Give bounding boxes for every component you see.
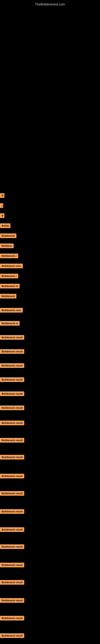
- bottleneck-label: Bottleneck result: [0, 491, 24, 496]
- bottleneck-label: Bottleneck result: [0, 335, 24, 340]
- bottleneck-label: Bottleneck resu: [0, 308, 23, 312]
- bottleneck-label: Bottleneck result: [0, 392, 24, 396]
- bottleneck-label: Bottleneck result: [0, 580, 24, 585]
- bottleneck-label: Bottleneck result: [0, 349, 24, 354]
- bottleneck-label: Bottleneck result: [0, 406, 24, 410]
- bottleneck-label: Bottleneck: [0, 234, 16, 238]
- bottleneck-label: Bottleneck result: [0, 474, 24, 478]
- bottleneck-label: Bottleneck re: [0, 284, 20, 288]
- bottleneck-label: B: [0, 193, 4, 198]
- bottleneck-label: Bottleneck result: [0, 633, 24, 638]
- bottleneck-label: Bottleneck result: [0, 420, 24, 425]
- bottleneck-label: Bottleneck result: [0, 527, 24, 532]
- bottleneck-label: Bottleneck r: [0, 254, 18, 258]
- bottleneck-label: Bottleneck result: [0, 455, 24, 460]
- bottleneck-label: Bottleneck result: [0, 544, 24, 549]
- bottleneck-label: Bottleneck result: [0, 509, 24, 514]
- bottleneck-label: Bottleneck result: [0, 563, 24, 567]
- bottleneck-label: Bottleneck result: [0, 363, 24, 368]
- bottleneck-label: B: [0, 213, 4, 218]
- bottleneck-label: Bottleneck: [0, 294, 16, 298]
- bottleneck-label: Bottleneck r: [0, 274, 18, 278]
- bottleneck-label: Bottleneck result: [0, 616, 24, 620]
- bottleneck-label: Bottleneck result: [0, 598, 24, 603]
- bottleneck-label: Bottleneck result: [0, 438, 24, 442]
- bottleneck-label: |: [0, 203, 3, 208]
- bottleneck-label: Bottle: [0, 224, 10, 228]
- bottleneck-label: Bottleneck re: [0, 321, 20, 326]
- bottleneck-label: Bottlene: [0, 244, 14, 248]
- site-title: TheBottlenecker.com: [0, 1, 100, 8]
- bottleneck-label: Bottleneck resu: [0, 264, 23, 268]
- bottleneck-label: Bottleneck result: [0, 377, 24, 382]
